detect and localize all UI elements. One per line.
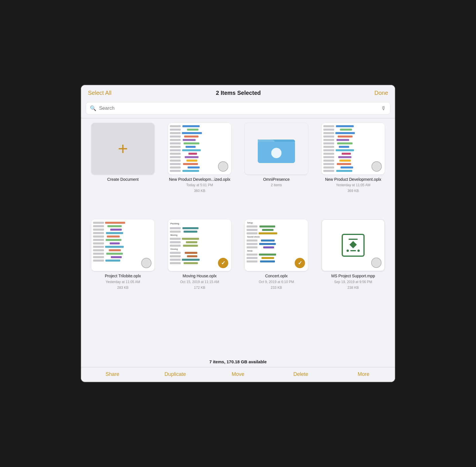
item-meta-size: 238 KB: [347, 285, 359, 290]
list-item[interactable]: + Create Document: [87, 123, 159, 214]
selection-badge[interactable]: [371, 161, 382, 172]
file-thumb: [168, 123, 231, 174]
header-title: 2 Items Selected: [111, 90, 365, 96]
file-thumb: [322, 123, 385, 174]
folder-svg-icon: [256, 132, 296, 166]
item-label: OmniPresence: [263, 177, 290, 182]
item-label: Project Trilobite.oplx: [105, 273, 141, 278]
selection-badge[interactable]: [218, 161, 228, 172]
item-meta-size: 283 KB: [117, 285, 128, 290]
file-thumb: Packing Moving Closing ✓: [168, 219, 231, 271]
item-meta-date: Oct 9, 2019 at 6:10 PM: [259, 279, 294, 284]
item-meta-size: 233 KB: [271, 285, 282, 290]
list-item[interactable]: Project Trilobite.oplx Yesterday at 11:0…: [87, 219, 159, 310]
microphone-icon[interactable]: 🎙: [381, 105, 386, 111]
item-label: Create Document: [107, 177, 139, 182]
plus-icon: +: [118, 140, 128, 157]
move-button[interactable]: Move: [227, 371, 249, 377]
item-meta-size: 369 KB: [347, 188, 359, 193]
item-meta-count: 2 items: [271, 183, 282, 188]
spacer: [81, 315, 395, 356]
search-icon: 🔍: [90, 105, 96, 111]
file-grid: + Create Document: [81, 121, 395, 315]
more-button[interactable]: More: [352, 371, 375, 377]
list-item[interactable]: Setup Sound check Show ✓ Concert.oplx Oc…: [240, 219, 312, 310]
header-divider: [81, 118, 395, 118]
item-label: Concert.oplx: [265, 273, 288, 278]
list-item[interactable]: MS Project Support.mpp Sep 19, 2019 at 9…: [317, 219, 389, 310]
share-button[interactable]: Share: [101, 371, 124, 377]
list-item[interactable]: New Product Developm...ized.oplx Today a…: [164, 123, 236, 214]
search-input[interactable]: [99, 105, 378, 111]
item-meta-date: Sep 19, 2019 at 9:56 PM: [334, 279, 372, 284]
done-button[interactable]: Done: [365, 90, 388, 96]
create-document-thumb[interactable]: +: [91, 123, 154, 174]
file-thumb: Setup Sound check Show ✓: [245, 219, 308, 271]
item-meta-date: Today at 5:01 PM: [186, 183, 213, 188]
item-meta-size: 172 KB: [194, 285, 205, 290]
item-label: MS Project Support.mpp: [331, 273, 375, 278]
file-thumb: [322, 219, 385, 271]
search-bar: 🔍 🎙: [86, 102, 390, 115]
item-meta-date: Yesterday at 11:05 AM: [106, 279, 140, 284]
folder-thumb: [245, 123, 308, 174]
item-label: New Product Developm...ized.oplx: [169, 177, 230, 182]
select-all-button[interactable]: Select All: [88, 90, 111, 96]
toolbar: Share Duplicate Move Delete More: [81, 367, 395, 382]
duplicate-button[interactable]: Duplicate: [164, 371, 187, 377]
mpp-icon: [342, 234, 365, 257]
list-item[interactable]: Packing Moving Closing ✓ Moving House.op…: [164, 219, 236, 310]
delete-button[interactable]: Delete: [289, 371, 312, 377]
item-meta-date: Oct 15, 2019 at 11:15 AM: [180, 279, 219, 284]
header: Select All 2 Items Selected Done: [81, 85, 395, 100]
item-label: Moving House.oplx: [182, 273, 217, 278]
svg-point-2: [271, 148, 282, 158]
item-meta-date: Yesterday at 11:05 AM: [336, 183, 370, 188]
item-meta-size: 360 KB: [194, 188, 205, 193]
modal-container: Select All 2 Items Selected Done 🔍 🎙 + C…: [80, 85, 396, 382]
list-item[interactable]: New Product Development.oplx Yesterday a…: [317, 123, 389, 214]
item-label: New Product Development.oplx: [325, 177, 381, 182]
footer-info: 7 items, 170.18 GB available: [81, 356, 395, 367]
list-item[interactable]: OmniPresence 2 items: [240, 123, 312, 214]
file-thumb: [91, 219, 154, 271]
